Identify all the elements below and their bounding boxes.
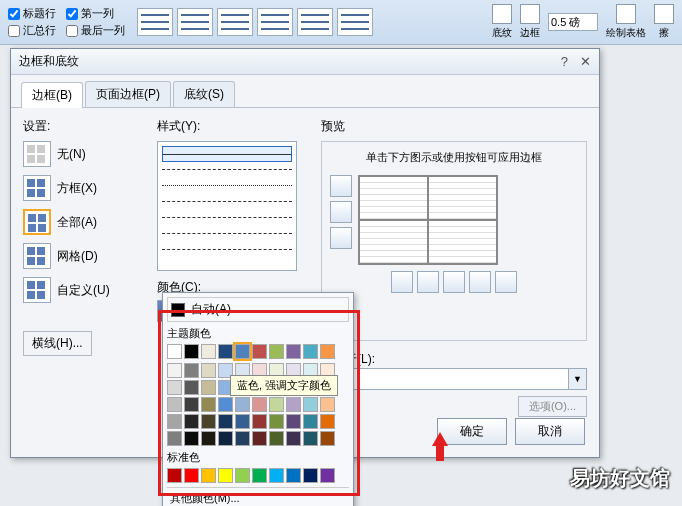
border-vmiddle-button[interactable] [443,271,465,293]
color-swatch[interactable] [303,397,318,412]
shading-button[interactable]: 底纹 [492,4,512,40]
eraser-button[interactable]: 擦 [654,4,674,40]
color-swatch[interactable] [320,468,335,483]
preview-table[interactable] [358,175,498,265]
color-swatch[interactable] [252,468,267,483]
setting-custom[interactable]: 自定义(U) [23,277,143,303]
color-swatch[interactable] [269,414,284,429]
color-swatch[interactable] [167,431,182,446]
color-swatch[interactable] [286,468,301,483]
color-swatch[interactable] [303,468,318,483]
style-listbox[interactable] [157,141,297,271]
color-swatch[interactable] [218,414,233,429]
color-swatch[interactable] [218,397,233,412]
tab-shading[interactable]: 底纹(S) [173,81,235,107]
color-swatch[interactable] [201,344,216,359]
color-picker-popup: 自动(A) 主题颜色 标准色 其他颜色(M)... [162,292,354,506]
color-swatch[interactable] [167,414,182,429]
style-thumb[interactable] [337,8,373,36]
color-swatch[interactable] [235,344,250,359]
color-swatch[interactable] [303,414,318,429]
style-thumb[interactable] [177,8,213,36]
more-colors-option[interactable]: 其他颜色(M)... [167,487,349,506]
setting-box[interactable]: 方框(X) [23,175,143,201]
color-swatch[interactable] [167,344,182,359]
color-swatch[interactable] [269,468,284,483]
draw-table-button[interactable]: 绘制表格 [606,4,646,40]
color-swatch[interactable] [235,468,250,483]
color-swatch[interactable] [286,414,301,429]
style-thumb[interactable] [137,8,173,36]
color-swatch[interactable] [184,397,199,412]
chevron-down-icon[interactable]: ▼ [568,369,586,389]
check-first-col[interactable]: 第一列 [66,6,114,21]
setting-none[interactable]: 无(N) [23,141,143,167]
border-left-button[interactable] [417,271,439,293]
cancel-button[interactable]: 取消 [515,418,585,445]
color-swatch[interactable] [320,414,335,429]
color-swatch[interactable] [218,344,233,359]
color-swatch[interactable] [320,431,335,446]
border-top-button[interactable] [330,175,352,197]
help-icon[interactable]: ? [561,54,568,69]
setting-grid[interactable]: 网格(D) [23,243,143,269]
check-total-row[interactable]: 汇总行 [8,23,56,38]
color-swatch[interactable] [252,431,267,446]
border-diag2-button[interactable] [495,271,517,293]
borders-button[interactable]: 边框 [520,4,540,40]
color-swatch[interactable] [167,468,182,483]
check-header-row[interactable]: 标题行 [8,6,56,21]
style-thumb[interactable] [297,8,333,36]
color-swatch[interactable] [201,431,216,446]
color-swatch[interactable] [201,414,216,429]
color-swatch[interactable] [320,397,335,412]
color-swatch[interactable] [303,431,318,446]
color-swatch[interactable] [184,431,199,446]
check-last-col[interactable]: 最后一列 [66,23,125,38]
border-bottom-button[interactable] [330,227,352,249]
color-swatch[interactable] [269,397,284,412]
color-swatch[interactable] [286,344,301,359]
color-swatch[interactable] [320,344,335,359]
color-swatch[interactable] [269,344,284,359]
color-swatch[interactable] [201,397,216,412]
tab-borders[interactable]: 边框(B) [21,82,83,108]
border-hmiddle-button[interactable] [330,201,352,223]
hline-button[interactable]: 横线(H)... [23,331,92,356]
color-swatch[interactable] [167,397,182,412]
color-swatch[interactable] [286,397,301,412]
color-swatch[interactable] [235,414,250,429]
color-swatch[interactable] [269,431,284,446]
color-swatch[interactable] [218,468,233,483]
color-swatch[interactable] [252,344,267,359]
color-swatch[interactable] [184,344,199,359]
color-swatch[interactable] [252,397,267,412]
color-swatch[interactable] [235,431,250,446]
border-diag1-button[interactable] [391,271,413,293]
color-swatch[interactable] [184,468,199,483]
close-icon[interactable]: ✕ [580,54,591,69]
auto-color-option[interactable]: 自动(A) [167,297,349,322]
style-thumb[interactable] [257,8,293,36]
color-swatch[interactable] [201,363,216,378]
table-styles-gallery[interactable] [137,8,373,36]
color-swatch[interactable] [184,414,199,429]
pen-weight-input[interactable] [548,13,598,31]
color-swatch[interactable] [167,363,182,378]
color-swatch[interactable] [303,344,318,359]
color-swatch[interactable] [167,380,182,395]
color-swatch[interactable] [201,380,216,395]
setting-all[interactable]: 全部(A) [23,209,143,235]
options-button[interactable]: 选项(O)... [518,396,587,417]
color-swatch[interactable] [235,397,250,412]
style-thumb[interactable] [217,8,253,36]
color-swatch[interactable] [252,414,267,429]
color-swatch[interactable] [184,363,199,378]
color-swatch[interactable] [286,431,301,446]
color-swatch[interactable] [201,468,216,483]
color-swatch[interactable] [184,380,199,395]
apply-to-select[interactable]: 表格▼ [321,368,587,390]
border-right-button[interactable] [469,271,491,293]
color-swatch[interactable] [218,431,233,446]
tab-page-borders[interactable]: 页面边框(P) [85,81,171,107]
